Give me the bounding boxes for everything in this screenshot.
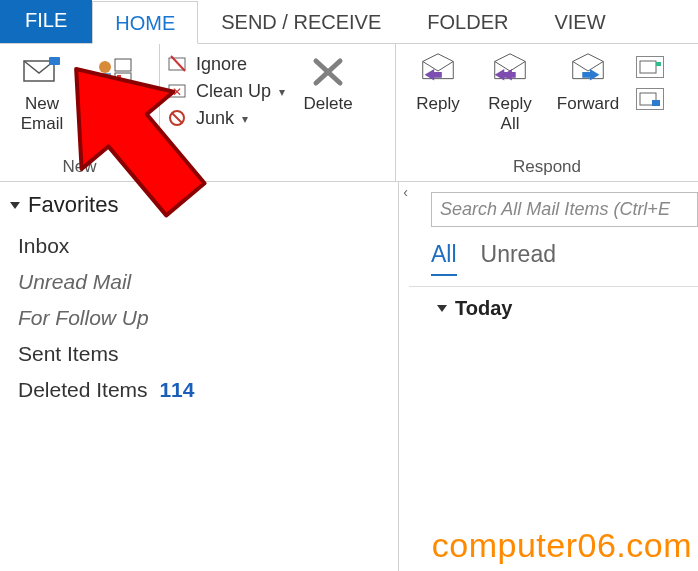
expand-icon (10, 202, 20, 209)
tab-send-receive[interactable]: SEND / RECEIVE (198, 0, 404, 43)
clean-up-button[interactable]: ✕ Clean Up ▾ (168, 81, 285, 102)
svg-rect-16 (656, 62, 661, 66)
meeting-button[interactable] (636, 56, 664, 78)
favorites-header[interactable]: Favorites (10, 192, 388, 218)
expand-icon (437, 305, 447, 312)
svg-rect-15 (640, 61, 656, 73)
ignore-label: Ignore (196, 54, 247, 75)
nav-inbox[interactable]: Inbox (10, 228, 388, 264)
svg-rect-6 (117, 75, 121, 79)
search-input[interactable]: Search All Mail Items (Ctrl+E (431, 192, 698, 227)
svg-rect-18 (652, 100, 660, 106)
folder-pane: ‹ Favorites Inbox Unread Mail For Follow… (0, 182, 398, 571)
forward-icon (567, 52, 609, 90)
ignore-icon (168, 55, 190, 75)
svg-rect-3 (99, 73, 111, 83)
forward-label: Forward (557, 94, 619, 114)
new-email-label: New Email (21, 94, 64, 133)
reply-button[interactable]: Reply (402, 48, 474, 157)
ignore-button[interactable]: Ignore (168, 54, 285, 75)
group-label-respond: Respond (402, 157, 692, 179)
reply-all-icon (489, 52, 531, 90)
delete-button[interactable]: Delete (289, 48, 367, 177)
ribbon: New Email Ite New (0, 44, 698, 182)
respond-extra (630, 48, 668, 157)
chevron-down-icon: ▾ (242, 112, 248, 126)
more-respond-button[interactable] (636, 88, 664, 110)
chevron-down-icon: ▾ (279, 85, 285, 99)
svg-line-12 (172, 113, 182, 123)
nav-unread-mail[interactable]: Unread Mail (10, 264, 388, 300)
svg-point-2 (99, 61, 111, 73)
reply-all-button[interactable]: Reply All (474, 48, 546, 157)
svg-rect-4 (115, 59, 131, 71)
reply-label: Reply (416, 94, 459, 114)
nav-deleted-items[interactable]: Deleted Items 114 (10, 372, 388, 408)
favorites-label: Favorites (28, 192, 118, 218)
new-items-label: Ite (105, 94, 124, 114)
filter-all[interactable]: All (431, 241, 457, 276)
nav-sent-items[interactable]: Sent Items (10, 336, 388, 372)
today-label: Today (455, 297, 512, 320)
junk-icon (168, 109, 190, 129)
ribbon-group-respond: Reply Reply All (396, 44, 698, 181)
filter-row: All Unread (409, 237, 698, 286)
ribbon-tabs: FILE HOME SEND / RECEIVE FOLDER VIEW (0, 0, 698, 44)
delete-icon (307, 52, 349, 90)
nav-follow-up[interactable]: For Follow Up (10, 300, 388, 336)
message-list-pane: Search All Mail Items (Ctrl+E All Unread… (398, 182, 698, 571)
junk-label: Junk (196, 108, 234, 129)
new-email-icon (21, 52, 63, 90)
clean-up-icon: ✕ (168, 82, 190, 102)
watermark: computer06.com (432, 526, 692, 565)
deleted-label: Deleted Items (18, 378, 148, 401)
new-items-icon (93, 52, 135, 90)
junk-button[interactable]: Junk ▾ (168, 108, 285, 129)
clean-up-label: Clean Up (196, 81, 271, 102)
collapse-folder-pane[interactable]: ‹ (403, 184, 408, 200)
ribbon-group-delete: Ignore ✕ Clean Up ▾ Junk ▾ (160, 44, 396, 181)
group-label-new: New (6, 157, 153, 179)
group-label-delete (166, 177, 389, 179)
svg-rect-1 (49, 57, 60, 65)
new-items-button[interactable]: Ite (78, 48, 150, 157)
reply-all-label: Reply All (488, 94, 531, 133)
tab-view[interactable]: VIEW (531, 0, 628, 43)
filter-unread[interactable]: Unread (481, 241, 556, 276)
svg-text:✕: ✕ (172, 85, 182, 99)
deleted-count: 114 (159, 378, 194, 401)
date-group-today[interactable]: Today (409, 286, 698, 320)
tab-folder[interactable]: FOLDER (404, 0, 531, 43)
delete-label: Delete (303, 94, 352, 114)
tab-home[interactable]: HOME (92, 1, 198, 44)
ribbon-group-new: New Email Ite New (0, 44, 160, 181)
new-email-button[interactable]: New Email (6, 48, 78, 157)
main-area: ‹ Favorites Inbox Unread Mail For Follow… (0, 182, 698, 571)
tab-file[interactable]: FILE (0, 0, 92, 43)
reply-icon (417, 52, 459, 90)
forward-button[interactable]: Forward (546, 48, 630, 157)
